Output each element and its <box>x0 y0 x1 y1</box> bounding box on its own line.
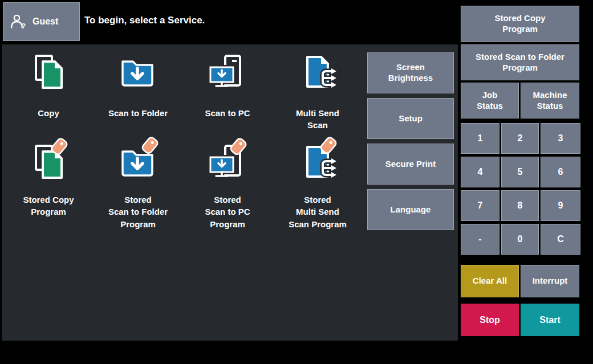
guest-person-icon: ? <box>10 13 27 31</box>
service-stored-multi-send-scan-program[interactable]: Stored Multi Send Scan Program <box>274 142 361 230</box>
service-stored-copy-program[interactable]: Stored Copy Program <box>5 142 92 218</box>
language-button[interactable]: Language <box>367 189 454 230</box>
setup-button[interactable]: Setup <box>367 98 454 139</box>
scan-to-pc-icon <box>207 52 248 93</box>
interrupt-button[interactable]: Interrupt <box>521 265 579 297</box>
stored-copy-program-button[interactable]: Stored Copy Program <box>461 6 579 42</box>
service-label: Multi Send Scan <box>274 107 361 132</box>
guest-label: Guest <box>33 16 58 27</box>
service-copy[interactable]: Copy <box>5 52 92 119</box>
service-stored-scan-to-pc-program[interactable]: Stored Scan to PC Program <box>184 142 271 230</box>
keypad-key-5[interactable]: 5 <box>501 157 539 187</box>
keypad-key-minus[interactable]: - <box>461 224 499 255</box>
job-status-button[interactable]: Job Status <box>461 83 519 118</box>
svg-text:?: ? <box>21 22 26 30</box>
service-label: Stored Copy Program <box>5 194 92 218</box>
service-scan-to-folder[interactable]: Scan to Folder <box>95 52 181 119</box>
scan-to-folder-icon <box>117 52 159 93</box>
guest-user-button[interactable]: ? Guest <box>3 2 80 41</box>
stored-scan-to-folder-program-button[interactable]: Stored Scan to Folder Program <box>461 44 579 80</box>
keypad-key-2[interactable]: 2 <box>501 123 539 154</box>
secure-print-button[interactable]: Secure Print <box>367 144 454 185</box>
stop-button[interactable]: Stop <box>461 304 519 336</box>
service-multi-send-scan[interactable]: Multi Send Scan <box>274 52 361 132</box>
stored-tag-icon <box>229 137 247 156</box>
service-label: Stored Scan to Folder Program <box>95 194 181 230</box>
numeric-keypad: 1 2 3 4 5 6 7 8 9 - 0 C <box>461 123 580 255</box>
stored-scan-to-pc-icon <box>207 142 248 183</box>
keypad-key-1[interactable]: 1 <box>461 123 499 154</box>
service-stored-scan-to-folder-program[interactable]: Stored Scan to Folder Program <box>95 142 181 230</box>
screen-brightness-button[interactable]: Screen Brightness <box>367 52 454 93</box>
service-scan-to-pc[interactable]: Scan to PC <box>184 52 271 119</box>
stored-scan-to-folder-icon <box>117 142 159 183</box>
keypad-key-9[interactable]: 9 <box>541 190 580 221</box>
start-button[interactable]: Start <box>521 304 579 336</box>
status-message: To begin, select a Service. <box>84 15 205 26</box>
main-service-panel: Copy Scan to Folder Scan to PC <box>2 44 458 341</box>
service-label: Scan to PC <box>184 107 271 119</box>
keypad-key-7[interactable]: 7 <box>461 190 499 221</box>
service-label: Scan to Folder <box>95 107 181 119</box>
copy-icon <box>28 52 69 93</box>
service-label: Copy <box>5 107 92 119</box>
service-label: Stored Scan to PC Program <box>184 194 271 230</box>
keypad-key-4[interactable]: 4 <box>461 157 499 187</box>
service-label: Stored Multi Send Scan Program <box>274 194 361 230</box>
keypad-key-3[interactable]: 3 <box>541 123 580 154</box>
stored-multi-send-scan-icon <box>297 142 338 183</box>
machine-status-button[interactable]: Machine Status <box>521 83 579 118</box>
keypad-key-6[interactable]: 6 <box>541 157 580 187</box>
keypad-key-clear[interactable]: C <box>541 224 580 255</box>
keypad-key-8[interactable]: 8 <box>501 190 539 221</box>
clear-all-button[interactable]: Clear All <box>461 265 519 297</box>
multi-send-scan-icon <box>297 52 338 93</box>
stored-copy-icon <box>28 142 69 183</box>
stored-tag-icon <box>141 136 159 154</box>
keypad-key-0[interactable]: 0 <box>501 224 539 255</box>
